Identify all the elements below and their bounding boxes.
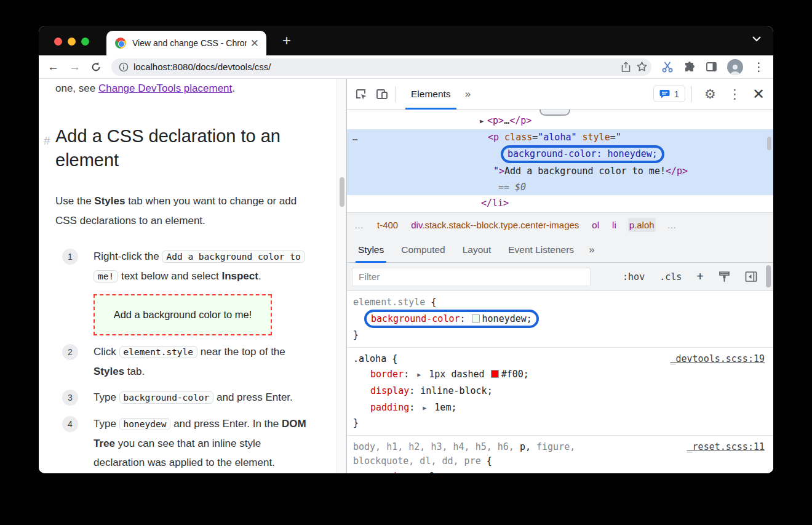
toggle-hover-state-button[interactable]: :hov xyxy=(623,271,645,283)
styles-filter-input[interactable] xyxy=(352,268,591,286)
extensions-puzzle-icon[interactable] xyxy=(683,61,696,73)
heading-text: Add a CSS declaration to an element xyxy=(55,126,281,170)
devtools-panel: Elements » 1 ⚙ ⋮ ✕ ▶<p>…</p>…<p class="a… xyxy=(346,79,773,473)
breadcrumb-item[interactable]: t-400 xyxy=(376,218,399,232)
address-bar[interactable]: localhost:8080/docs/devtools/css/ xyxy=(111,58,651,76)
more-tabs-icon[interactable]: » xyxy=(583,244,600,256)
code-token: honeydew; xyxy=(482,313,532,324)
code-token: ▶ xyxy=(417,371,421,378)
bookmark-star-icon[interactable] xyxy=(636,61,648,73)
code-token: .aloh xyxy=(634,220,655,230)
devtools-menu-icon[interactable]: ⋮ xyxy=(728,87,741,100)
breadcrumb-item[interactable]: ol xyxy=(591,218,600,232)
annotation-highlight: background-color: honeydew; xyxy=(364,310,539,328)
stylesheet-source-link[interactable]: _reset.scss:11 xyxy=(687,440,765,454)
more-panels-icon[interactable]: » xyxy=(460,88,476,100)
dom-tree-line[interactable]: background-color: honeydew; xyxy=(347,145,773,163)
step-text: Click element.style near the top of the … xyxy=(94,342,314,381)
inline-code-chip: background-color xyxy=(119,391,214,404)
demo-target-box[interactable]: Add a background color to me! xyxy=(94,294,272,335)
new-style-rule-button[interactable]: + xyxy=(696,270,704,284)
dom-tree-line[interactable]: …<p class="aloha" style=" xyxy=(347,129,773,145)
forward-button[interactable]: → xyxy=(69,61,81,73)
dom-tree-line[interactable]: ▶<p>…</p> xyxy=(347,113,773,129)
text-run: Right-click the xyxy=(94,250,162,262)
browser-tab[interactable]: View and change CSS - Chrom ✕ xyxy=(106,31,266,55)
devtools-placement-link[interactable]: Change DevTools placement xyxy=(98,82,232,94)
breadcrumb-item[interactable]: div.stack.stack--block.type.center-image… xyxy=(410,218,580,232)
code-token: "aloha" xyxy=(538,132,576,143)
reload-button[interactable] xyxy=(90,62,102,73)
css-declaration[interactable]: padding: ▶ 1em; xyxy=(353,399,773,416)
profile-avatar[interactable] xyxy=(727,59,743,75)
code-token: </p> xyxy=(509,115,531,126)
styles-filter-bar: :hov .cls + xyxy=(347,263,773,291)
section-heading: #Add a CSS declaration to an element xyxy=(55,124,326,172)
step-item: 4Type honeydew and press Enter. In the D… xyxy=(55,414,336,472)
code-token: " xyxy=(493,166,499,177)
code-token: border xyxy=(370,369,404,380)
css-declaration[interactable]: margin: ▶ 0; xyxy=(353,468,773,473)
url-text[interactable]: localhost:8080/docs/devtools/css/ xyxy=(133,62,616,72)
tab-search-chevron-icon[interactable] xyxy=(752,36,761,42)
share-icon[interactable] xyxy=(621,62,631,73)
code-token: { xyxy=(425,297,436,308)
toggle-class-button[interactable]: .cls xyxy=(659,271,682,283)
code-token: t-400 xyxy=(377,220,398,230)
step-item: 1Right-click the Add a background color … xyxy=(55,247,336,335)
toolbar-divider xyxy=(691,86,692,102)
doc-scrollbar[interactable] xyxy=(336,79,346,473)
styles-pane: element.style {background-color: honeyde… xyxy=(347,291,773,473)
devtools-settings-gear-icon[interactable]: ⚙ xyxy=(704,87,716,100)
side-panel-icon[interactable] xyxy=(706,61,717,73)
sidebar-tabs: StylesComputedLayoutEvent Listeners» xyxy=(347,237,773,263)
issues-counter[interactable]: 1 xyxy=(653,86,685,102)
zoom-window-button[interactable] xyxy=(81,38,89,46)
minimize-window-button[interactable] xyxy=(68,38,76,46)
code-token: figure, xyxy=(531,441,575,452)
steps-list: 1Right-click the Add a background color … xyxy=(55,247,336,472)
dom-tree-line[interactable]: </li> xyxy=(347,195,773,211)
dom-tree-line[interactable]: ">Add a background color to me!</p> xyxy=(347,163,773,179)
node-actions-icon[interactable]: … xyxy=(352,129,358,145)
tab-elements[interactable]: Elements xyxy=(402,79,460,110)
code-token: display xyxy=(370,385,409,396)
breadcrumb-item[interactable]: li xyxy=(611,218,618,232)
rendering-paint-icon[interactable] xyxy=(718,271,730,283)
dock-sidebar-icon[interactable] xyxy=(745,271,757,283)
scissors-extension-icon[interactable] xyxy=(661,61,674,73)
device-toolbar-icon[interactable] xyxy=(375,87,389,101)
new-tab-button[interactable]: + xyxy=(282,33,291,48)
stylesheet-source-link[interactable]: _devtools.scss:19 xyxy=(670,352,765,366)
tab-close-icon[interactable]: ✕ xyxy=(250,37,259,50)
devtools-close-icon[interactable]: ✕ xyxy=(752,86,765,103)
css-declaration[interactable]: background-color: honeydew; xyxy=(353,310,773,328)
css-declaration[interactable]: border: ▶ 1px dashed #f00; xyxy=(353,366,773,383)
color-swatch[interactable] xyxy=(472,315,480,323)
active-tab-underline xyxy=(356,261,386,263)
close-window-button[interactable] xyxy=(54,38,62,46)
tab-styles[interactable]: Styles xyxy=(349,237,392,263)
breadcrumb-item[interactable]: … xyxy=(353,218,365,232)
tab-computed[interactable]: Computed xyxy=(392,237,454,263)
tab-layout[interactable]: Layout xyxy=(454,237,500,263)
styles-scrollbar-thumb[interactable] xyxy=(766,265,771,287)
heading-anchor-link[interactable]: # xyxy=(44,129,50,153)
inspect-element-icon[interactable] xyxy=(354,87,368,101)
doc-pane: one, see Change DevTools placement. #Add… xyxy=(39,79,346,473)
site-info-icon[interactable] xyxy=(119,62,129,72)
breadcrumb-item[interactable]: p.aloh xyxy=(628,218,656,232)
code-token: </li> xyxy=(481,198,509,209)
browser-menu-icon[interactable]: ⋮ xyxy=(753,61,765,73)
color-swatch[interactable] xyxy=(491,370,499,378)
doc-scrollbar-thumb[interactable] xyxy=(340,177,344,207)
back-button[interactable]: ← xyxy=(47,61,59,73)
dom-scrollbar-thumb[interactable] xyxy=(767,137,771,150)
text-run: text below and select xyxy=(118,270,221,282)
dom-tree-line[interactable]: == $0 xyxy=(347,179,773,195)
breadcrumb-item[interactable]: … xyxy=(666,218,679,232)
step-number: 3 xyxy=(62,390,78,406)
code-token: li xyxy=(612,220,616,230)
css-declaration[interactable]: display: inline-block; xyxy=(353,383,773,399)
tab-event-listeners[interactable]: Event Listeners xyxy=(500,237,583,263)
